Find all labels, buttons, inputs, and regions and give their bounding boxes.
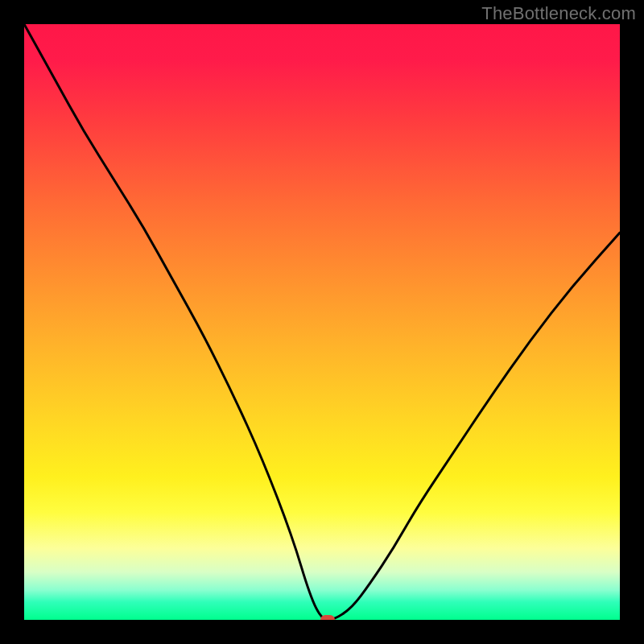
plot-area [24, 24, 620, 620]
watermark-text: TheBottleneck.com [481, 3, 636, 24]
curve-svg [24, 24, 620, 620]
optimal-point-marker [320, 615, 335, 620]
chart-frame: TheBottleneck.com [0, 0, 644, 644]
bottleneck-curve-path [24, 24, 620, 620]
